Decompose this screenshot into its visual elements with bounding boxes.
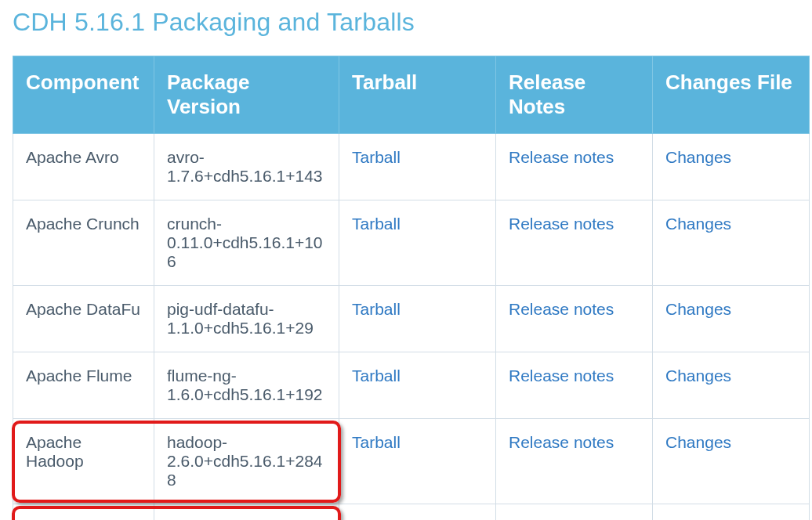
cell-release-notes: Release notes <box>496 134 653 200</box>
table-row: Apache Avroavro-1.7.6+cdh5.16.1+143Tarba… <box>13 134 810 200</box>
release-notes-link[interactable]: Release notes <box>509 300 614 318</box>
cell-tarball: Tarball <box>339 134 496 200</box>
cell-changes: Changes <box>653 134 810 200</box>
tarball-link[interactable]: Tarball <box>352 148 401 166</box>
cell-tarball: Tarball <box>339 504 496 521</box>
page-title: CDH 5.16.1 Packaging and Tarballs <box>13 8 799 37</box>
packages-table: Component Package Version Tarball Releas… <box>13 56 810 520</box>
table-header-row: Component Package Version Tarball Releas… <box>13 56 810 134</box>
cell-package-version: pig-udf-datafu-1.1.0+cdh5.16.1+29 <box>154 286 339 352</box>
header-component: Component <box>13 56 154 134</box>
cell-tarball: Tarball <box>339 286 496 352</box>
changes-link[interactable]: Changes <box>665 148 731 166</box>
cell-component: Apache DataFu <box>13 286 154 352</box>
header-package-version: Package Version <box>154 56 339 134</box>
cell-changes: Changes <box>653 352 810 419</box>
cell-component: Apache Flume <box>13 352 154 419</box>
tarball-link[interactable]: Tarball <box>352 433 401 451</box>
cell-tarball: Tarball <box>339 419 496 504</box>
cell-changes: Changes <box>653 504 810 521</box>
cell-release-notes: Release notes <box>496 286 653 352</box>
table-row: Apache DataFupig-udf-datafu-1.1.0+cdh5.1… <box>13 286 810 352</box>
release-notes-link[interactable]: Release notes <box>509 367 614 385</box>
cell-package-version: hadoop-2.6.0+cdh5.16.1+2848 <box>154 419 339 504</box>
cell-release-notes: Release notes <box>496 419 653 504</box>
cell-release-notes: Release notes <box>496 200 653 286</box>
header-changes-file: Changes File <box>653 56 810 134</box>
table-row: Apache Hadoophadoop-2.6.0+cdh5.16.1+2848… <box>13 419 810 504</box>
cell-package-version: avro-1.7.6+cdh5.16.1+143 <box>154 134 339 200</box>
tarball-link[interactable]: Tarball <box>352 367 401 385</box>
cell-component: Apache HBase <box>13 504 154 521</box>
cell-package-version: flume-ng-1.6.0+cdh5.16.1+192 <box>154 352 339 419</box>
cell-changes: Changes <box>653 419 810 504</box>
tarball-link[interactable]: Tarball <box>352 300 401 318</box>
release-notes-link[interactable]: Release notes <box>509 433 614 451</box>
cell-component: Apache Crunch <box>13 200 154 286</box>
cell-component: Apache Avro <box>13 134 154 200</box>
cell-package-version: hbase-1.2.0+cdh5.16.1+482 <box>154 504 339 521</box>
release-notes-link[interactable]: Release notes <box>509 148 614 166</box>
table-row: Apache HBasehbase-1.2.0+cdh5.16.1+482Tar… <box>13 504 810 521</box>
table-row: Apache Crunchcrunch-0.11.0+cdh5.16.1+106… <box>13 200 810 286</box>
cell-tarball: Tarball <box>339 200 496 286</box>
cell-changes: Changes <box>653 200 810 286</box>
changes-link[interactable]: Changes <box>665 433 731 451</box>
cell-package-version: crunch-0.11.0+cdh5.16.1+106 <box>154 200 339 286</box>
table-row: Apache Flumeflume-ng-1.6.0+cdh5.16.1+192… <box>13 352 810 419</box>
tarball-link[interactable]: Tarball <box>352 215 401 233</box>
header-tarball: Tarball <box>339 56 496 134</box>
cell-changes: Changes <box>653 286 810 352</box>
cell-release-notes: Release notes <box>496 504 653 521</box>
changes-link[interactable]: Changes <box>665 300 731 318</box>
release-notes-link[interactable]: Release notes <box>509 215 614 233</box>
cell-component: Apache Hadoop <box>13 419 154 504</box>
header-release-notes: Release Notes <box>496 56 653 134</box>
cell-tarball: Tarball <box>339 352 496 419</box>
changes-link[interactable]: Changes <box>665 367 731 385</box>
changes-link[interactable]: Changes <box>665 215 731 233</box>
cell-release-notes: Release notes <box>496 352 653 419</box>
